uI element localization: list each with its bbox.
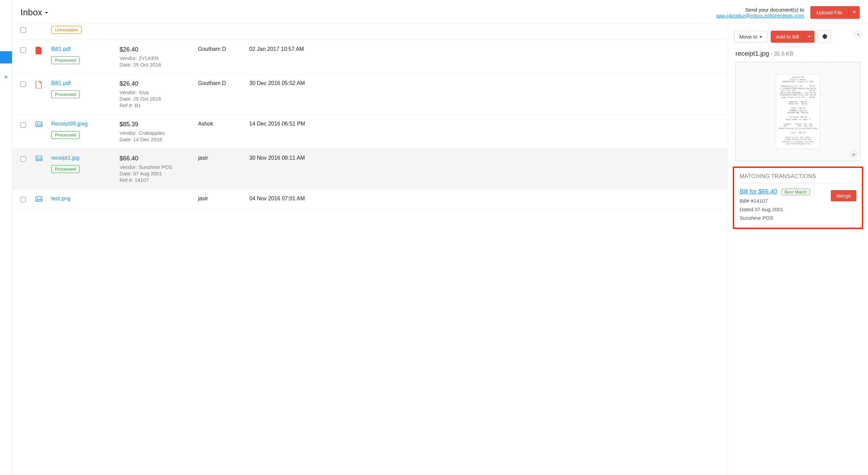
file-icon [36,26,44,27]
page-title: Inbox [20,7,42,18]
upload-file-button-group: Upload File [810,6,860,19]
inbox-email-link[interactable]: aaa.c4zgduz@inbox.zohoreceipts.com [716,13,804,18]
zoom-in-icon: ⊕ [852,152,856,157]
caret-down-icon [759,34,762,40]
amount: $26.40 [120,46,191,53]
preview-file-name: receipt1.jpg [736,50,769,57]
row-checkbox[interactable] [20,27,26,33]
timestamp: 04 Nov 2016 07:01 AM [249,196,305,202]
detail-panel: Move to Add to Bill ✕ receipt1. [728,24,868,475]
upload-file-dropdown[interactable] [849,6,860,19]
gear-icon [821,33,827,40]
date: Date: 14 Dec 2016 [120,136,191,142]
zoom-button[interactable]: ⊕ [850,150,857,158]
amount: $66.40 [120,155,191,162]
matching-transactions-panel: MATCHING TRANSACTIONS Bill for $66.40 Be… [733,167,863,229]
image-file-icon [36,121,44,128]
uploader: jasir [198,155,242,161]
table-row[interactable]: receipt1.jpg Processed $66.40 Vendor: Su… [12,149,728,189]
file-link[interactable]: Bill1.pdf [51,80,71,86]
preview-file-size: - 35.8 KB [769,51,793,57]
pdf-file-icon [36,46,44,56]
uploader: Goutham D [198,80,242,86]
add-module-button[interactable]: + [0,70,12,84]
left-rail: + [0,0,12,475]
status-badge: Processed [51,56,80,64]
date: Date: 25 Oct 2016 [120,96,191,102]
row-checkbox[interactable] [20,47,26,53]
table-row[interactable]: Unreadable [12,24,728,40]
ref: Ref #: 14107 [120,177,191,183]
date: Date: 07 Aug 2001 [120,171,191,176]
file-link[interactable]: Bill1.pdf [51,46,71,52]
date: Date: 25 Oct 2016 [120,62,191,68]
merge-button[interactable]: Merge [831,190,856,201]
svg-point-3 [37,157,38,158]
timestamp: 30 Nov 2016 08:11 AM [249,155,305,161]
status-badge: Unreadable [51,26,82,34]
best-match-badge: Best Match [782,189,810,195]
move-to-button[interactable]: Move to [734,31,767,43]
matching-transactions-header: MATCHING TRANSACTIONS [740,173,856,183]
close-icon: ✕ [856,32,860,37]
table-row[interactable]: Bill1.pdf Processed $26.40 Vendor: Siva … [12,74,728,115]
settings-button[interactable] [818,30,831,43]
page-header: Inbox Send your document(s) to aaa.c4zgd… [12,0,868,24]
close-panel-button[interactable]: ✕ [854,31,862,38]
vendor: Vendor: Crabapples [120,130,191,136]
amount: $26.40 [120,80,191,87]
table-row[interactable]: Receipt99.jpeg Processed $85.39 Vendor: … [12,115,728,149]
vendor: Vendor: ZYLKER [120,55,191,61]
file-link[interactable]: Receipt99.jpeg [51,121,88,127]
add-to-bill-dropdown[interactable] [804,31,814,43]
vendor: Vendor: Sunshine POS [120,164,191,170]
left-rail-active-tab[interactable] [0,51,12,63]
matched-bill-link[interactable]: Bill for $66.40 [740,188,777,195]
uploader: Ashok [198,121,242,127]
row-checkbox[interactable] [20,197,26,202]
receipt-thumbnail: Sunshine POS Sold To: Sample SAMPLE#1410… [776,74,820,149]
timestamp: 14 Dec 2016 06:51 PM [249,121,305,127]
image-file-icon [36,196,44,203]
row-checkbox[interactable] [20,122,26,128]
file-link[interactable]: receipt1.jpg [51,155,80,161]
row-checkbox[interactable] [20,156,26,162]
matched-bill-vendor: Sunshine POS [740,215,810,221]
pdf-file-icon [36,80,44,90]
timestamp: 30 Dec 2016 05:52 AM [249,80,305,86]
image-file-icon [36,155,44,162]
row-checkbox[interactable] [20,82,26,87]
status-badge: Processed [51,90,80,98]
timestamp: 02 Jan 2017 10:57 AM [249,46,304,52]
uploader: jasir [198,196,242,202]
upload-file-button[interactable]: Upload File [810,6,849,19]
inbox-dropdown[interactable]: Inbox [20,7,48,18]
uploader: Goutham D [198,46,242,52]
matched-bill-date: Dated 07 Aug 2001 [740,206,810,212]
receipt-preview[interactable]: Sunshine POS Sold To: Sample SAMPLE#1410… [736,62,860,161]
file-link[interactable]: test.png [51,196,71,201]
table-row[interactable]: Bill1.pdf Processed $26.40 Vendor: ZYLKE… [12,40,728,74]
status-badge: Processed [51,165,80,173]
send-documents-hint: Send your document(s) to aaa.c4zgduz@inb… [716,7,804,18]
add-to-bill-button[interactable]: Add to Bill [771,31,804,43]
svg-point-1 [37,123,38,124]
table-row[interactable]: test.png jasir 04 Nov 2016 07:01 AM [12,189,728,210]
vendor: Vendor: Siva [120,89,191,95]
ref: Ref #: B1 [120,102,191,108]
caret-down-icon [45,10,48,15]
documents-list: Unreadable Bill1.pdf [12,24,728,475]
amount: $85.39 [120,121,191,128]
svg-point-5 [37,198,38,199]
matched-bill-number: Bill# #14107 [740,198,810,204]
status-badge: Processed [51,131,80,139]
